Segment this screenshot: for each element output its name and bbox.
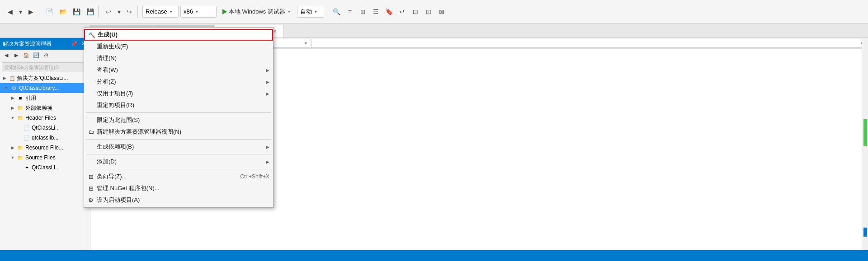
menu-startup-label: 设为启动项目(A) [97,196,140,204]
menu-item-rebuild[interactable]: 重新生成(E) [84,41,273,52]
menu-item-new-view[interactable]: 🗂 新建解决方案资源管理器视图(N) [84,126,273,138]
menu-gen-deps-label: 生成依赖项(B) [97,143,134,151]
class-wizard-icon: ⊞ [87,173,95,180]
extra-toolbar-group: 🔍 ≡ ⊞ ☰ 🔖 ↵ ⊟ ⊡ ⊠ [329,5,450,18]
menu-build-label: 生成(U) [98,31,118,39]
qtclasslib-global-label: qtclasslib... [32,135,58,141]
sidebar-refresh-btn[interactable]: 🔃 [32,51,41,60]
menu-item-build[interactable]: 🔨 生成(U) [84,29,273,41]
source-files-label: Source Files [25,154,56,161]
tree-item-qtclasslib-h[interactable]: 📄 QtClassLi... [0,123,90,133]
project-expand-arrow: ▼ [4,86,9,90]
menu-item-view[interactable]: 查看(W) ▶ [84,64,273,76]
platform-label: x86 [184,8,193,15]
toolbar-icon-1[interactable]: ≡ [344,5,356,18]
new-file-button[interactable]: 📄 [43,5,56,18]
menu-nuget-label: 管理 NuGet 程序包(N)... [97,184,160,192]
dropdown-arrow-button[interactable]: ▾ [17,5,24,18]
menu-item-retarget[interactable]: 重定向项目(R) [84,99,273,111]
configuration-arrow: ▼ [169,9,173,14]
project-icon: ⚙ [10,84,18,92]
tree-item-qtclasslib-global-h[interactable]: 📄 qtclasslib... [0,133,90,143]
solution-tree: ▶ 📋 解决方案'QtClassLi... ▼ ⚙ QtClassLibrary… [0,73,90,172]
context-menu: 🔨 生成(U) 重新生成(E) 清理(N) 查看(W) ▶ 分析(Z) ▶ 仅用… [84,27,274,208]
debug-arrow: ▼ [287,9,291,14]
tree-item-header-files[interactable]: ▼ 📁 Header Files [0,113,90,123]
references-icon: ■ [17,94,24,102]
menu-item-nuget[interactable]: ⊞ 管理 NuGet 程序包(N)... [84,182,273,194]
tree-item-external-deps[interactable]: ▶ 📁 外部依赖项 [0,103,90,113]
status-bar [0,250,868,261]
menu-item-startup[interactable]: ⚙ 设为启动项目(A) [84,194,273,206]
menu-item-limit-scope[interactable]: 限定为此范围(S) [84,114,273,126]
menu-item-only-project[interactable]: 仅用于项目(J) ▶ [84,88,273,99]
view-submenu-arrow: ▶ [266,68,269,73]
save-all-button[interactable]: 💾 [84,5,96,18]
scope-dropdown-2-arrow: ▼ [304,41,308,46]
solution-label: 解决方案'QtClassLi... [17,75,68,82]
tree-item-resource-files[interactable]: ▶ 📁 Resource File... [0,143,90,153]
references-arrow: ▶ [10,96,15,100]
toolbar-icon-2[interactable]: ⊞ [357,5,369,18]
tree-item-qtclasslib-cpp[interactable]: ✦ QtClassLi... [0,163,90,172]
resource-files-icon: 📁 [17,144,24,151]
tree-item-project[interactable]: ▼ ⚙ QtClassLibrary... [0,83,90,93]
toolbar-icon-3[interactable]: ☰ [370,5,382,18]
toolbar-icon-6[interactable]: ⊟ [409,5,422,18]
menu-item-clean[interactable]: 清理(N) [84,52,273,64]
save-button[interactable]: 💾 [70,5,83,18]
undo-button[interactable]: ↩ [102,5,115,18]
tree-item-source-files[interactable]: ▼ 📁 Source Files [0,153,90,163]
menu-item-add[interactable]: 添加(D) ▶ [84,156,273,168]
separator-3 [86,154,271,154]
open-file-button[interactable]: 📂 [57,5,69,18]
menu-add-label: 添加(D) [97,158,117,166]
sidebar-filter-btn[interactable]: ⏱ [42,51,51,60]
search-icon-button[interactable]: 🔍 [330,5,343,18]
platform-dropdown[interactable]: x86 ▼ [180,6,217,18]
nuget-icon: ⊞ [87,185,95,192]
sidebar-forward-btn[interactable]: ▶ [12,51,21,60]
external-deps-label: 外部依赖项 [25,104,52,112]
sidebar-back-btn[interactable]: ◀ [2,51,11,60]
vertical-scrollbar[interactable] [862,38,868,250]
qtclasslib-global-icon: 📄 [23,134,30,141]
sidebar-pin-button[interactable]: 📌 [70,40,78,48]
qtclasslib-cpp-icon: ✦ [23,164,30,171]
debug-button[interactable]: 本地 Windows 调试器 ▼ [218,6,295,18]
redo-button[interactable]: ↪ [123,5,136,18]
separator-2 [86,139,271,140]
auto-dropdown[interactable]: 自动 ▼ [297,6,324,18]
build-menu-icon: 🔨 [88,32,96,38]
configuration-dropdown[interactable]: Release ▼ [142,6,179,18]
undo-dropdown-button[interactable]: ▾ [116,5,122,18]
menu-rebuild-label: 重新生成(E) [97,42,128,51]
solution-explorer: 解决方案资源管理器 📌 ✕ ◀ ▶ 🏠 🔃 ⏱ 搜索解决方案资源管理(S ▶ 📋… [0,38,90,250]
menu-class-wizard-label: 类向导(Z)... [97,172,127,181]
main-area: 解决方案资源管理器 📌 ✕ ◀ ▶ 🏠 🔃 ⏱ 搜索解决方案资源管理(S ▶ 📋… [0,38,868,250]
nav-buttons: ◀ ▾ ▶ [2,5,39,18]
tree-item-references[interactable]: ▶ ■ 引用 [0,93,90,103]
scope-dropdown-3[interactable]: ▼ [311,39,866,48]
toolbar-icon-7[interactable]: ⊡ [422,5,435,18]
resource-files-label: Resource File... [25,144,63,151]
toolbar-icon-4[interactable]: 🔖 [383,5,396,18]
back-button[interactable]: ◀ [4,5,16,18]
references-label: 引用 [25,94,36,102]
qtclasslib-h-label: QtClassLi... [32,125,60,131]
add-submenu-arrow: ▶ [266,159,269,164]
only-project-submenu-arrow: ▶ [266,91,269,96]
tree-item-solution[interactable]: ▶ 📋 解决方案'QtClassLi... [0,73,90,83]
build-config-group: Release ▼ x86 ▼ 本地 Windows 调试器 ▼ 自动 ▼ [140,6,327,18]
toolbar-icon-5[interactable]: ↵ [396,5,409,18]
menu-item-class-wizard[interactable]: ⊞ 类向导(Z)... Ctrl+Shift+X [84,171,273,182]
scope-dropdown-3-label [313,41,315,46]
sidebar-search[interactable]: 搜索解决方案资源管理(S [2,62,88,72]
sidebar-header: 解决方案资源管理器 📌 ✕ [0,38,90,50]
toolbar-icon-8[interactable]: ⊠ [435,5,448,18]
menu-item-gen-deps[interactable]: 生成依赖项(B) ▶ [84,141,273,153]
menu-item-analyze[interactable]: 分析(Z) ▶ [84,76,273,88]
forward-button[interactable]: ▶ [24,5,37,18]
qtclasslib-h-icon: 📄 [23,124,30,131]
sidebar-home-btn[interactable]: 🏠 [22,51,31,60]
